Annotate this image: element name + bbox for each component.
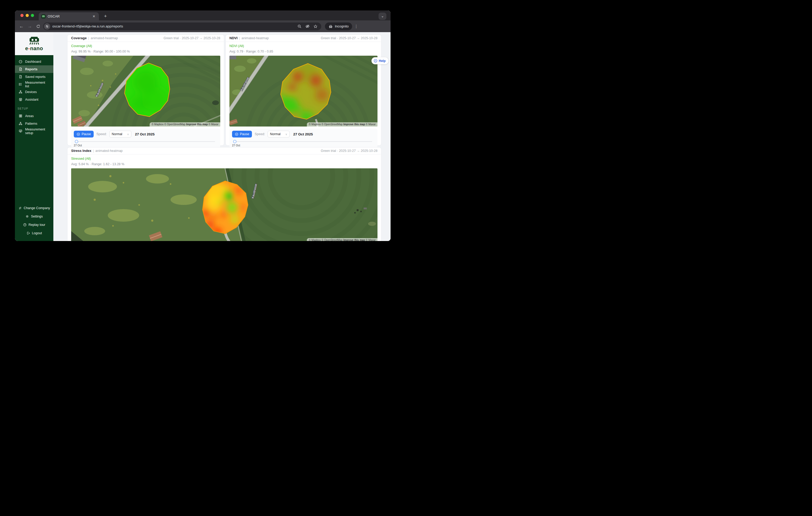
brand-logo: e-nano	[15, 32, 53, 55]
coverage-map[interactable]: Kaustrasse © Mapbox © OpenStreetMap Impr…	[71, 56, 220, 126]
report-document-icon	[19, 67, 23, 71]
card-title: Stress Index	[71, 149, 91, 153]
logout-icon	[26, 231, 30, 235]
sidebar-footer: Change Company Settings Replay tour Logo…	[15, 204, 53, 241]
logout-button[interactable]: Logout	[15, 229, 53, 237]
pause-circle-icon	[235, 132, 238, 136]
incognito-icon	[328, 24, 333, 29]
stats-line: Avg: 0.79 · Range: 0.70 - 0.85	[229, 50, 377, 53]
browser-window: OSCAR ✕ + ⌄ ← → oscar-frontend-rt5jtwolq…	[15, 10, 390, 241]
close-window-button[interactable]	[21, 14, 24, 17]
site-settings-icon[interactable]	[44, 23, 50, 30]
player-controls: Pause Speed: Normal∨ 27 Oct 2025 27 Oct	[71, 129, 220, 148]
browser-menu-icon[interactable]: ⋮	[354, 24, 359, 29]
saved-document-icon	[19, 75, 23, 79]
assistant-face-icon	[19, 97, 23, 101]
improve-map-link[interactable]: Improve this map	[186, 123, 208, 126]
time-slider[interactable]: 27 Oct	[74, 140, 218, 146]
pause-circle-icon	[77, 132, 80, 136]
minimize-window-button[interactable]	[26, 14, 29, 17]
pause-button[interactable]: Pause	[232, 131, 252, 138]
speed-select[interactable]: Normal∨	[109, 131, 131, 138]
eye-off-icon[interactable]	[305, 24, 310, 29]
slider-track[interactable]	[235, 141, 372, 142]
map-attribution: © Mapbox © OpenStreetMap Improve this ma…	[150, 122, 220, 126]
time-slider[interactable]: 27 Oct	[232, 140, 375, 146]
slider-tick-label: 27 Oct	[232, 144, 240, 147]
sidebar-item-saved-reports[interactable]: Saved reports	[15, 73, 53, 81]
help-button[interactable]: Help	[372, 57, 388, 64]
url-text[interactable]: oscar-frontend-rt5jtwolqa-nw.a.run.app/r…	[52, 24, 295, 28]
browser-tab[interactable]: OSCAR ✕	[39, 12, 99, 20]
series-label: NDVI (All)	[229, 44, 377, 48]
chevron-down-icon: ∨	[127, 133, 129, 136]
coverage-card: Coverage | animated-heatmap Green trial …	[67, 34, 224, 146]
pattern-nodes-icon	[19, 122, 23, 125]
swap-arrows-icon	[18, 206, 22, 210]
ndvi-card: NDVI | animated-heatmap Green trial · 20…	[226, 34, 381, 146]
slider-handle[interactable]	[75, 140, 78, 143]
replay-tour-button[interactable]: Replay tour	[15, 221, 53, 229]
sidebar-item-measurement-list[interactable]: Measurement list	[15, 81, 53, 88]
trial-range: Green trial · 2025-10-27 → 2025-10-28	[164, 36, 220, 40]
sidebar-item-assistant[interactable]: Assistant	[15, 96, 53, 103]
speed-select[interactable]: Normal∨	[268, 131, 290, 138]
play-circle-icon	[374, 59, 377, 63]
sidebar-item-devices[interactable]: Devices	[15, 88, 53, 96]
grid-icon	[19, 114, 23, 118]
robot-logo-icon	[28, 36, 40, 45]
card-type: animated-heatmap	[95, 149, 123, 153]
new-tab-button[interactable]: +	[102, 12, 109, 20]
tab-strip: OSCAR ✕ + ⌄	[15, 10, 390, 20]
improve-map-link[interactable]: Improve this map	[343, 239, 365, 241]
stress-map[interactable]: Kaustrasse © Mapbox © OpenStreetMap Impr…	[71, 168, 377, 241]
forward-button[interactable]: →	[26, 23, 33, 30]
card-title: NDVI	[229, 36, 237, 40]
series-label: Stressed (All)	[71, 157, 377, 160]
improve-map-link[interactable]: Improve this map	[343, 123, 365, 126]
sidebar-item-patterns[interactable]: Patterns	[15, 120, 53, 127]
site-favicon-icon	[41, 14, 46, 19]
speed-label: Speed:	[96, 132, 107, 136]
reports-page: Coverage | animated-heatmap Green trial …	[53, 32, 390, 241]
card-title: Coverage	[71, 36, 87, 40]
player-controls: Pause Speed: Normal∨ 27 Oct 2025 27 Oct	[229, 129, 377, 148]
slider-handle[interactable]	[233, 140, 236, 143]
incognito-label: Incognito	[335, 24, 349, 28]
sidebar-item-dashboard[interactable]: Dashboard	[15, 58, 53, 65]
current-date: 27 Oct 2025	[135, 132, 154, 136]
stress-index-card: Stress Index | animated-heatmap Green tr…	[67, 147, 381, 241]
trial-range: Green trial · 2025-10-27 → 2025-10-28	[321, 36, 377, 40]
tab-search-chevron-icon[interactable]: ⌄	[379, 12, 386, 20]
slider-tick-label: 27 Oct	[74, 144, 82, 147]
trial-range: Green trial · 2025-10-27 → 2025-10-28	[321, 149, 377, 153]
bookmark-star-icon[interactable]	[313, 24, 318, 29]
sidebar-item-measurement-setup[interactable]: Measurement setup	[15, 127, 53, 135]
zoom-out-icon[interactable]	[297, 24, 301, 29]
series-label: Coverage (All)	[71, 44, 220, 48]
stats-line: Avg: 99.95 % · Range: 90.00 - 100.00 %	[71, 50, 220, 53]
change-company-button[interactable]: Change Company	[15, 204, 53, 212]
brand-wordmark: e-nano	[25, 45, 43, 52]
gear-icon	[25, 215, 29, 218]
reload-button[interactable]	[35, 23, 41, 30]
stats-line: Avg: 5.84 % · Range: 1.62 - 13.28 %	[71, 162, 377, 166]
card-type: animated-heatmap	[241, 36, 269, 40]
sidebar-item-reports[interactable]: Reports	[15, 65, 53, 73]
speed-label: Speed:	[255, 132, 265, 136]
sidebar-item-areas[interactable]: Areas	[15, 112, 53, 120]
network-nodes-icon	[19, 90, 23, 94]
map-attribution: © Mapbox © OpenStreetMap Improve this ma…	[307, 122, 377, 126]
ndvi-map[interactable]: Kaustrasse © Mapbox © OpenStreetMap Impr…	[229, 56, 377, 126]
slider-track[interactable]	[77, 141, 215, 142]
question-circle-icon	[23, 223, 27, 226]
sidebar-nav: Dashboard Reports Saved reports Measurem…	[15, 55, 53, 135]
address-bar[interactable]: oscar-frontend-rt5jtwolqa-nw.a.run.app/r…	[43, 23, 321, 30]
pause-button[interactable]: Pause	[74, 131, 94, 138]
tab-close-icon[interactable]: ✕	[92, 14, 96, 19]
card-type: animated-heatmap	[91, 36, 118, 40]
list-icon	[19, 82, 23, 86]
fullscreen-window-button[interactable]	[31, 14, 34, 17]
back-button[interactable]: ←	[18, 23, 25, 30]
settings-button[interactable]: Settings	[15, 212, 53, 221]
